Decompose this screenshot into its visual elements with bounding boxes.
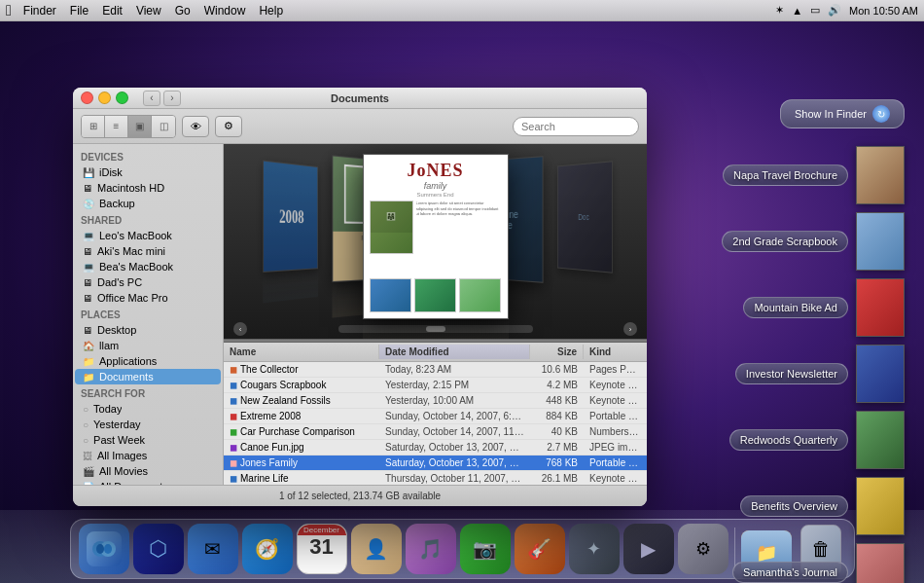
file-row[interactable]: ◼Cougars Scrapbook Yesterday, 2:15 PM 4.…: [224, 378, 647, 393]
sidebar-search-yesterday[interactable]: ○Yesterday: [75, 417, 221, 432]
dock-frontrow[interactable]: ▶: [623, 524, 674, 574]
col-header-size[interactable]: Size: [530, 345, 584, 359]
wifi-icon: ▲: [792, 5, 802, 17]
dock-safari[interactable]: 🧭: [242, 524, 293, 574]
jones-subtitle: family: [370, 181, 502, 191]
forward-button[interactable]: ›: [163, 91, 181, 106]
cf-scroll-right[interactable]: ›: [623, 322, 637, 336]
sidebar-search-images[interactable]: 🖼All Images: [75, 448, 221, 463]
dock-quicksilver[interactable]: ✦: [569, 524, 620, 574]
minimize-button[interactable]: [98, 91, 111, 104]
maximize-button[interactable]: [116, 91, 128, 104]
dock-finder[interactable]: [79, 524, 129, 574]
svg-point-3: [96, 544, 104, 554]
col-header-date[interactable]: Date Modified: [379, 345, 530, 359]
side-item-samantha[interactable]: Samantha's Journal: [700, 543, 905, 583]
jones-title: JoNES: [370, 161, 502, 181]
close-button[interactable]: [81, 91, 93, 104]
jones-family-photo: 👨‍👩‍👧: [370, 200, 413, 254]
sidebar-item-desktop[interactable]: 🖥Desktop: [75, 322, 221, 338]
cf-center-item[interactable]: JoNES family Summers End 👨‍👩‍👧 Lorem ips…: [363, 154, 509, 339]
file-list-header: Name Date Modified Size Kind: [224, 343, 647, 362]
sidebar-item-documents[interactable]: 📁Documents: [75, 369, 221, 384]
dock-mail[interactable]: ✉: [188, 524, 238, 574]
sidebar-item-hd[interactable]: 🖥Macintosh HD: [75, 180, 221, 196]
coverflow-view-button[interactable]: ▣: [128, 116, 152, 137]
svg-point-4: [104, 544, 112, 554]
icon-view-button[interactable]: ⊞: [82, 116, 105, 137]
sidebar-item-dad[interactable]: 🖥Dad's PC: [75, 274, 221, 290]
finder-sidebar: DEVICES 💾iDisk 🖥Macintosh HD 💿Backup SHA…: [73, 144, 224, 485]
sidebar-search-movies[interactable]: 🎬All Movies: [75, 463, 221, 479]
side-item-investor[interactable]: Investor Newsletter: [700, 345, 905, 403]
dock-dashboard[interactable]: ⬡: [133, 524, 184, 574]
dock-ical[interactable]: December 31: [297, 524, 347, 574]
column-view-button[interactable]: ◫: [152, 116, 175, 137]
side-item-scrapbook-label: 2nd Grade Scrapbook: [722, 231, 848, 252]
side-item-samantha-label: Samantha's Journal: [732, 562, 848, 583]
sidebar-item-backup[interactable]: 💿Backup: [75, 196, 221, 211]
titlebar-nav: ‹ ›: [143, 91, 181, 106]
coverflow-area[interactable]: 2008 Family: [224, 144, 647, 339]
bluetooth-icon: ✶: [775, 4, 784, 17]
menu-help[interactable]: Help: [259, 4, 283, 18]
sidebar-search-today[interactable]: ○Today: [75, 401, 221, 417]
finder-window: ‹ › Documents ⊞ ≡ ▣ ◫ 👁 ⚙ DEVICES: [73, 88, 647, 506]
status-text: 1 of 12 selected, 213.74 GB available: [279, 491, 441, 501]
search-input[interactable]: [513, 117, 639, 136]
col-header-name[interactable]: Name: [224, 345, 379, 359]
sidebar-search-docs[interactable]: 📄All Documents: [75, 479, 221, 485]
menu-window[interactable]: Window: [204, 4, 246, 18]
cf-reflection: [363, 319, 509, 339]
side-thumbnail-benefits: [856, 477, 905, 535]
dock-itunes[interactable]: 🎵: [406, 524, 456, 574]
side-item-bike[interactable]: Mountain Bike Ad: [700, 278, 905, 337]
menu-view[interactable]: View: [136, 4, 161, 18]
file-list: Name Date Modified Size Kind ◼The Collec…: [224, 343, 647, 485]
sidebar-item-idisk[interactable]: 💾iDisk: [75, 164, 221, 180]
jones-body-text: Lorem ipsum dolor sit amet consectetur a…: [416, 200, 502, 274]
side-item-redwood[interactable]: Redwoods Quarterly: [700, 411, 905, 469]
dock-iphoto[interactable]: 📷: [460, 524, 511, 574]
file-row-selected[interactable]: ◼Jones Family Saturday, October 13, 2007…: [224, 455, 647, 471]
side-item-benefits[interactable]: Benefits Overview: [700, 477, 905, 535]
show-in-finder-button[interactable]: Show In Finder ↻: [780, 99, 905, 128]
file-row[interactable]: ◼Marine Life Thursday, October 11, 2007,…: [224, 471, 647, 485]
action-button[interactable]: ⚙: [215, 116, 242, 137]
list-view-button[interactable]: ≡: [105, 116, 128, 137]
cf-scroll-left[interactable]: ‹: [233, 322, 247, 336]
file-row[interactable]: ◼The Collector Today, 8:23 AM 10.6 MB Pa…: [224, 362, 647, 378]
shared-header: SHARED: [73, 211, 223, 228]
sidebar-item-home[interactable]: 🏠llam: [75, 338, 221, 353]
sidebar-item-leos[interactable]: 💻Leo's MacBook: [75, 228, 221, 243]
cf-item-right-far: Doc: [557, 161, 613, 273]
side-item-benefits-label: Benefits Overview: [740, 495, 848, 517]
sidebar-item-office[interactable]: 🖥Office Mac Pro: [75, 290, 221, 306]
side-thumbnail-samantha: [856, 543, 905, 583]
menu-file[interactable]: File: [70, 4, 89, 18]
menu-go[interactable]: Go: [175, 4, 191, 18]
file-row[interactable]: ◼Canoe Fun.jpg Saturday, October 13, 200…: [224, 440, 647, 455]
file-row[interactable]: ◼Extreme 2008 Sunday, October 14, 2007, …: [224, 409, 647, 424]
side-panel: Show In Finder ↻ Napa Travel Brochure 2n…: [700, 99, 905, 583]
back-button[interactable]: ‹: [143, 91, 160, 106]
finder-main: 2008 Family: [224, 144, 647, 485]
file-row[interactable]: ◼New Zealand Fossils Yesterday, 10:00 AM…: [224, 393, 647, 409]
menu-edit[interactable]: Edit: [102, 4, 123, 18]
cf-cover-main: JoNES family Summers End 👨‍👩‍👧 Lorem ips…: [363, 154, 509, 319]
col-header-kind[interactable]: Kind: [584, 345, 647, 359]
side-thumbnail-scrapbook: [856, 212, 905, 271]
side-item-napa[interactable]: Napa Travel Brochure: [700, 146, 905, 204]
sidebar-item-aki[interactable]: 🖥Aki's Mac mini: [75, 243, 221, 259]
battery-icon: ▭: [810, 4, 820, 17]
file-row[interactable]: ◼Car Purchase Comparison Sunday, October…: [224, 424, 647, 440]
dock-addressbook[interactable]: 👤: [351, 524, 402, 574]
apple-menu-icon[interactable]: : [6, 2, 12, 19]
sidebar-search-pastweek[interactable]: ○Past Week: [75, 432, 221, 448]
dock-garageband[interactable]: 🎸: [515, 524, 565, 574]
quick-look-button[interactable]: 👁: [182, 116, 209, 137]
menu-finder[interactable]: Finder: [23, 4, 56, 18]
sidebar-item-bea[interactable]: 💻Bea's MacBook: [75, 259, 221, 274]
side-item-scrapbook[interactable]: 2nd Grade Scrapbook: [700, 212, 905, 271]
sidebar-item-applications[interactable]: 📁Applications: [75, 353, 221, 369]
